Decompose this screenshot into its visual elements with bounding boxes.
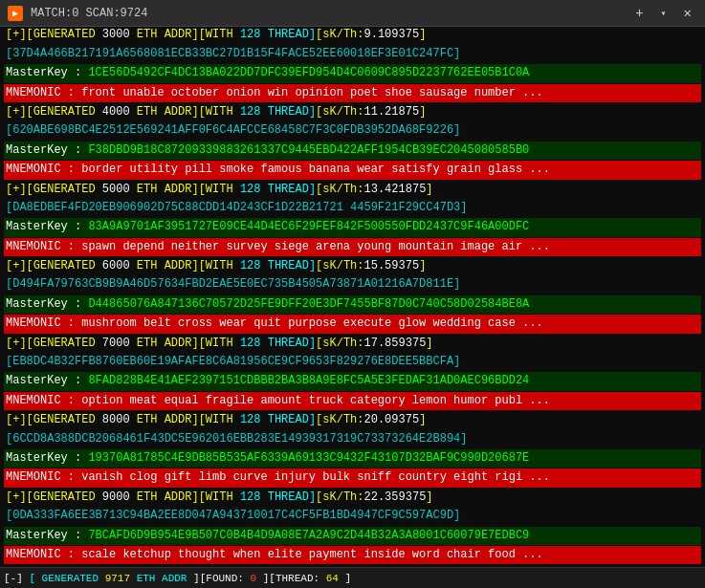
generated-part: ] — [309, 105, 316, 119]
generated-part: ETH ADDR — [137, 337, 192, 350]
generated-part: 128 THREAD — [240, 28, 309, 41]
generated-part: 6000 — [96, 259, 137, 272]
status-bar: [-] [ GENERATED 9717 ETH ADDR ][FOUND: 0… — [0, 567, 705, 588]
status-eth-label: ETH ADDR — [137, 573, 193, 584]
generated-part: ] — [419, 259, 426, 272]
generated-part: 128 THREAD — [240, 413, 309, 426]
generated-part: 22.359375 — [364, 490, 427, 504]
generated-part: ] — [419, 28, 426, 41]
generated-part: 11.21875 — [364, 105, 420, 119]
status-text: [-] [ GENERATED 9717 ETH ADDR ][FOUND: 0… — [4, 573, 351, 584]
generated-part: [sK/Th: — [316, 105, 364, 119]
generated-part: ETH ADDR — [137, 259, 192, 272]
mnemonic-line: MNEMONIC : scale ketchup thought when el… — [4, 546, 701, 564]
generated-part: 128 THREAD — [240, 259, 309, 272]
generated-part: [+] — [6, 337, 27, 350]
masterkey-label: MasterKey : — [6, 220, 88, 233]
generated-part: ][WITH — [191, 337, 239, 350]
hash-line: [EB8DC4B32FFB8760EB60E19AFAFE8C6A81956CE… — [4, 353, 701, 371]
generated-line: [+][GENERATED 5000 ETH ADDR][WITH 128 TH… — [4, 181, 701, 199]
generated-line: [+][GENERATED 8000 ETH ADDR][WITH 128 TH… — [4, 411, 701, 429]
new-tab-button[interactable]: + — [629, 4, 649, 23]
generated-part: 8000 — [96, 413, 137, 426]
generated-part: [+] — [6, 490, 27, 504]
generated-part: [GENERATED — [27, 28, 96, 41]
generated-part: 3000 — [96, 28, 137, 41]
generated-part: [GENERATED — [27, 259, 96, 272]
generated-part: ] — [426, 183, 432, 196]
generated-part: 128 THREAD — [240, 337, 309, 350]
generated-part: [GENERATED — [27, 337, 96, 350]
generated-part: ] — [309, 413, 316, 426]
generated-part: [GENERATED — [27, 490, 96, 504]
masterkey-value: 19370A81785C4E9DB85B535AF6339A69133C9432… — [88, 451, 529, 465]
generated-part: ] — [426, 490, 432, 504]
mnemonic-line: MNEMONIC : option meat equal fragile amo… — [4, 392, 701, 410]
mnemonic-line: MNEMONIC : border utility pill smoke fam… — [4, 161, 701, 179]
hash-line: [DA8EDBEF4FD20EB906902D75C88CDD14D243CF1… — [4, 199, 701, 217]
generated-part: [+] — [6, 28, 27, 41]
generated-part: 5000 — [96, 183, 137, 196]
generated-part: 17.859375 — [364, 337, 427, 350]
status-thread-label: ][THREAD: — [263, 573, 319, 584]
masterkey-line: MasterKey : 1CE56D5492CF4DC13BA022DD7DFC… — [4, 64, 701, 82]
generated-part: [sK/Th: — [316, 337, 364, 350]
generated-part: 20.09375 — [364, 413, 420, 426]
mnemonic-line: MNEMONIC : spawn depend neither survey s… — [4, 238, 701, 256]
generated-part: [sK/Th: — [316, 183, 364, 196]
generated-part: ETH ADDR — [137, 490, 192, 504]
status-generated-value: 9717 — [105, 573, 130, 584]
app-icon: ▶ — [8, 6, 23, 21]
mnemonic-line: MNEMONIC : front unable october onion wi… — [4, 84, 701, 102]
generated-part: [GENERATED — [27, 105, 96, 119]
generated-line: [+][GENERATED 3000 ETH ADDR][WITH 128 TH… — [4, 27, 701, 45]
title-bar: ▶ MATCH:0 SCAN:9724 + ▾ ✕ — [0, 0, 705, 27]
masterkey-line: MasterKey : 7BCAFD6D9B954E9B507C0B4B4D9A… — [4, 527, 701, 545]
generated-part: [sK/Th: — [316, 28, 364, 41]
generated-part: ] — [419, 105, 426, 119]
generated-part: ] — [426, 337, 432, 350]
masterkey-label: MasterKey : — [6, 374, 88, 387]
generated-part: ] — [309, 490, 316, 504]
app-window: ▶ MATCH:0 SCAN:9724 + ▾ ✕ MNEMONIC : bun… — [0, 0, 705, 588]
close-button[interactable]: ✕ — [678, 3, 697, 23]
masterkey-value: 83A9A9701AF3951727E09CE44D4EC6F29FEF842F… — [88, 220, 529, 233]
status-prefix: [-] — [4, 573, 23, 584]
generated-part: 13.421875 — [364, 183, 427, 196]
generated-part: 128 THREAD — [240, 490, 309, 504]
generated-part: ][WITH — [191, 413, 239, 426]
masterkey-line: MasterKey : F38DBD9B18C87209339883261337… — [4, 142, 701, 160]
generated-part: ETH ADDR — [137, 413, 192, 426]
generated-part: ETH ADDR — [137, 183, 192, 196]
masterkey-line: MasterKey : 8FAD828B4E41AEF2397151CDBBB2… — [4, 372, 701, 390]
generated-part: ] — [309, 183, 316, 196]
masterkey-value: 8FAD828B4E41AEF2397151CDBBB2BA3B8A9E8FC5… — [88, 374, 529, 387]
generated-line: [+][GENERATED 9000 ETH ADDR][WITH 128 TH… — [4, 489, 701, 507]
generated-line: [+][GENERATED 7000 ETH ADDR][WITH 128 TH… — [4, 335, 701, 353]
mnemonic-line: MNEMONIC : vanish clog gift limb curve i… — [4, 468, 701, 487]
generated-part: 9000 — [96, 490, 137, 504]
generated-part: [+] — [6, 183, 27, 196]
status-thread-value: 64 — [326, 573, 339, 584]
generated-part: 7000 — [96, 337, 137, 350]
generated-part: 15.59375 — [364, 259, 420, 272]
hash-line: [D494FA79763CB9B9A46D57634FBD2EAE5E0EC73… — [4, 275, 701, 294]
hash-line: [0DA333FA6EE3B713C94BA2EE8D047A943710017… — [4, 507, 701, 525]
tab-dropdown-button[interactable]: ▾ — [657, 6, 671, 21]
masterkey-value: D44865076A847136C70572D25FE9DFF20E3DF745… — [88, 297, 529, 311]
masterkey-value: 7BCAFD6D9B954E9B507C0B4B4D9A08E7A2A9C2D4… — [88, 529, 529, 542]
generated-part: ][WITH — [191, 28, 239, 41]
status-suffix: ] — [345, 573, 352, 584]
generated-part: ] — [309, 337, 316, 350]
generated-part: ] — [309, 28, 316, 41]
masterkey-line: MasterKey : D44865076A847136C70572D25FE9… — [4, 295, 701, 314]
generated-part: ETH ADDR — [137, 105, 192, 119]
terminal-output: MNEMONIC : bundle fiscal diagram video d… — [0, 27, 705, 567]
generated-part: ][WITH — [191, 105, 239, 119]
generated-part: ETH ADDR — [137, 28, 192, 41]
generated-part: ][WITH — [191, 490, 239, 504]
generated-part: 9.109375 — [364, 28, 420, 41]
generated-part: ][WITH — [191, 183, 239, 196]
masterkey-label: MasterKey : — [6, 297, 88, 311]
hash-line: [6CCD8A388DCB2068461F43DC5E962016EBB283E… — [4, 430, 701, 448]
